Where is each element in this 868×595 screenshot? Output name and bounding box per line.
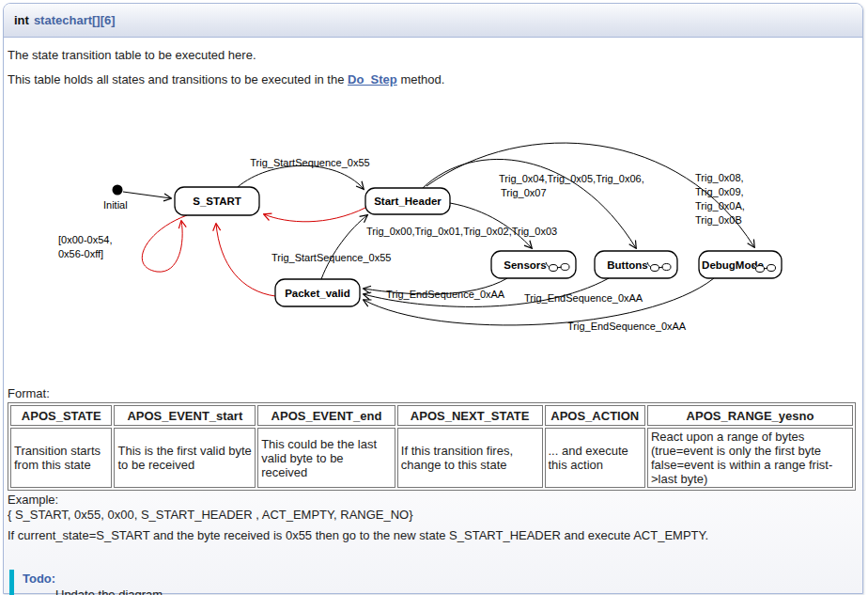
example-label: Example: — [8, 493, 58, 507]
cell-apos-event-start: This is the first valid byte to be recei… — [114, 428, 256, 488]
col-header-apos-action: APOS_ACTION — [545, 405, 645, 426]
format-label: Format: — [8, 386, 50, 400]
cell-apos-next-state: If this transition fires, change to this… — [397, 428, 543, 488]
format-table-header-row: APOS_STATE APOS_EVENT_start APOS_EVENT_e… — [10, 405, 853, 426]
detail-text-before: This table holds all states and transiti… — [8, 72, 348, 86]
cell-apos-state: Transition starts from this state — [10, 428, 112, 488]
todo-block: Todo: Update the diagram — [9, 570, 849, 595]
member-prototype-header: intstatechart[][6] — [4, 4, 862, 38]
cell-apos-range-yesno: React upon a range of bytes (true=event … — [647, 428, 853, 488]
col-header-apos-range-yesno: APOS_RANGE_yesno — [647, 405, 853, 426]
todo-label: Todo: — [23, 572, 849, 586]
col-header-apos-next-state: APOS_NEXT_STATE — [397, 405, 543, 426]
doxygen-member-page: intstatechart[][6] The state transition … — [0, 0, 868, 595]
do-step-link[interactable]: Do_Step — [348, 72, 397, 86]
example-explanation: If current_state=S_START and the byte re… — [8, 528, 708, 542]
detail-text-after: method. — [397, 72, 445, 86]
brief-description: The state transition table to be execute… — [8, 48, 256, 62]
todo-text: Update the diagram — [55, 587, 849, 595]
member-item-box: intstatechart[][6] — [3, 3, 863, 594]
format-table: APOS_STATE APOS_EVENT_start APOS_EVENT_e… — [8, 402, 856, 491]
cell-apos-action: ... and execute this action — [545, 428, 645, 488]
example-tuple: { S_START, 0x55, 0x00, S_START_HEADER , … — [8, 508, 413, 522]
cell-apos-event-end: This could be the last valid byte to be … — [257, 428, 395, 488]
col-header-apos-state: APOS_STATE — [10, 405, 112, 426]
col-header-apos-event-start: APOS_EVENT_start — [114, 405, 256, 426]
col-header-apos-event-end: APOS_EVENT_end — [257, 405, 395, 426]
format-table-body-row: Transition starts from this state This i… — [10, 428, 853, 488]
type-keyword: int — [14, 13, 29, 27]
member-name: statechart[][6] — [34, 13, 116, 27]
detail-description: This table holds all states and transiti… — [8, 72, 444, 86]
